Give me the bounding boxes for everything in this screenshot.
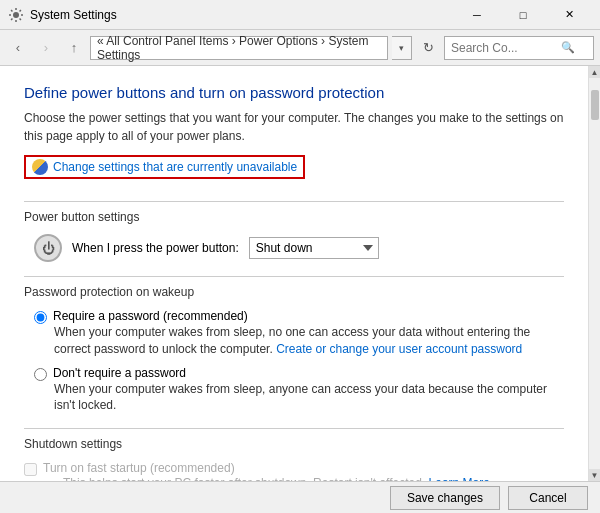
radio-group: Require a password (recommended) When yo… bbox=[24, 309, 564, 414]
no-require-password-label: Don't require a password bbox=[34, 366, 564, 381]
address-bar: ‹ › ↑ « All Control Panel Items › Power … bbox=[0, 30, 600, 66]
fast-startup-desc: This helps start your PC faster after sh… bbox=[43, 475, 490, 481]
scrollbar-up-arrow[interactable]: ▲ bbox=[589, 66, 601, 78]
shutdown-section-title: Shutdown settings bbox=[24, 437, 564, 451]
footer: Save changes Cancel bbox=[0, 481, 600, 513]
password-section-divider bbox=[24, 276, 564, 277]
page-title: Define power buttons and turn on passwor… bbox=[24, 84, 564, 101]
cancel-button[interactable]: Cancel bbox=[508, 486, 588, 510]
change-settings-link[interactable]: Change settings that are currently unava… bbox=[24, 155, 305, 179]
power-action-dropdown[interactable]: Shut down Sleep Hibernate Turn off the d… bbox=[249, 237, 379, 259]
fast-startup-checkbox[interactable] bbox=[24, 463, 37, 476]
search-box: 🔍 bbox=[444, 36, 594, 60]
fast-startup-item: Turn on fast startup (recommended) This … bbox=[24, 461, 564, 481]
password-section: Require a password (recommended) When yo… bbox=[24, 309, 564, 414]
scrollbar-thumb[interactable] bbox=[591, 90, 599, 120]
shutdown-section-divider bbox=[24, 428, 564, 429]
power-button-row: ⏻ When I press the power button: Shut do… bbox=[24, 234, 564, 262]
power-icon: ⏻ bbox=[34, 234, 62, 262]
require-password-radio[interactable] bbox=[34, 311, 47, 324]
power-label: When I press the power button: bbox=[72, 241, 239, 255]
shield-icon bbox=[32, 159, 48, 175]
scrollbar[interactable]: ▲ ▼ bbox=[588, 66, 600, 481]
refresh-button[interactable]: ↻ bbox=[416, 36, 440, 60]
maximize-button[interactable]: □ bbox=[500, 0, 546, 30]
section-divider bbox=[24, 201, 564, 202]
title-bar-icon bbox=[8, 7, 24, 23]
main-content: Define power buttons and turn on passwor… bbox=[0, 66, 600, 481]
require-password-desc: When your computer wakes from sleep, no … bbox=[34, 324, 564, 358]
title-bar: System Settings ─ □ ✕ bbox=[0, 0, 600, 30]
create-password-link[interactable]: Create or change your user account passw… bbox=[276, 342, 522, 356]
power-button-section-title: Power button settings bbox=[24, 210, 564, 224]
title-bar-controls: ─ □ ✕ bbox=[454, 0, 592, 30]
address-path: « All Control Panel Items › Power Option… bbox=[90, 36, 388, 60]
no-require-password-item: Don't require a password When your compu… bbox=[34, 366, 564, 415]
save-changes-button[interactable]: Save changes bbox=[390, 486, 500, 510]
shutdown-section: Turn on fast startup (recommended) This … bbox=[24, 461, 564, 481]
require-password-item: Require a password (recommended) When yo… bbox=[34, 309, 564, 358]
content-area: Define power buttons and turn on passwor… bbox=[0, 66, 588, 481]
learn-more-link[interactable]: Learn More bbox=[429, 476, 490, 481]
minimize-button[interactable]: ─ bbox=[454, 0, 500, 30]
address-path-dropdown[interactable]: ▾ bbox=[392, 36, 412, 60]
password-section-title: Password protection on wakeup bbox=[24, 285, 564, 299]
no-require-password-desc: When your computer wakes from sleep, any… bbox=[34, 381, 564, 415]
search-input[interactable] bbox=[451, 41, 561, 55]
require-password-label: Require a password (recommended) bbox=[34, 309, 564, 324]
no-require-password-radio[interactable] bbox=[34, 368, 47, 381]
title-bar-title: System Settings bbox=[30, 8, 454, 22]
up-button[interactable]: ↑ bbox=[62, 36, 86, 60]
search-icon: 🔍 bbox=[561, 41, 575, 54]
back-button[interactable]: ‹ bbox=[6, 36, 30, 60]
page-subtitle: Choose the power settings that you want … bbox=[24, 109, 564, 145]
forward-button[interactable]: › bbox=[34, 36, 58, 60]
scrollbar-down-arrow[interactable]: ▼ bbox=[589, 469, 601, 481]
fast-startup-label: Turn on fast startup (recommended) bbox=[43, 461, 490, 475]
close-button[interactable]: ✕ bbox=[546, 0, 592, 30]
svg-point-0 bbox=[13, 12, 19, 18]
